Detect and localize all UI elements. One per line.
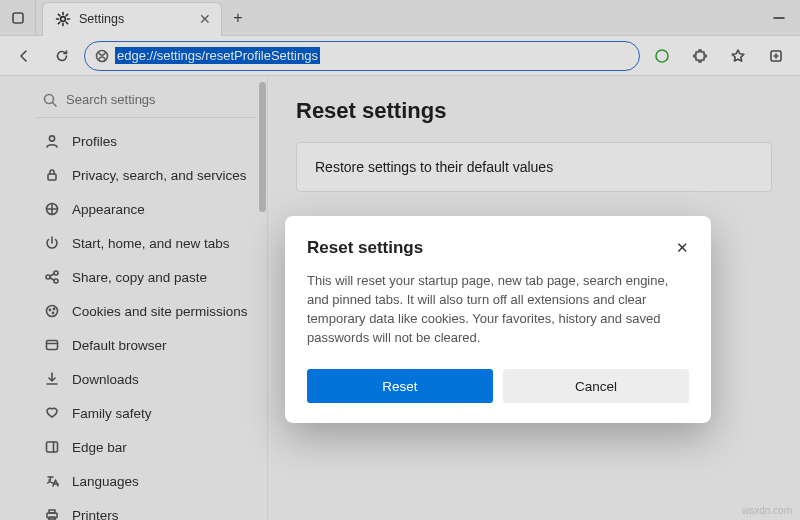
dialog-body: This will reset your startup page, new t… <box>307 272 689 347</box>
reset-settings-dialog: Reset settings ✕ This will reset your st… <box>285 216 711 423</box>
dialog-close-button[interactable]: ✕ <box>676 239 689 257</box>
dialog-title: Reset settings <box>307 238 423 258</box>
cancel-button[interactable]: Cancel <box>503 369 689 403</box>
watermark: wsxdn.com <box>742 505 792 516</box>
reset-button[interactable]: Reset <box>307 369 493 403</box>
